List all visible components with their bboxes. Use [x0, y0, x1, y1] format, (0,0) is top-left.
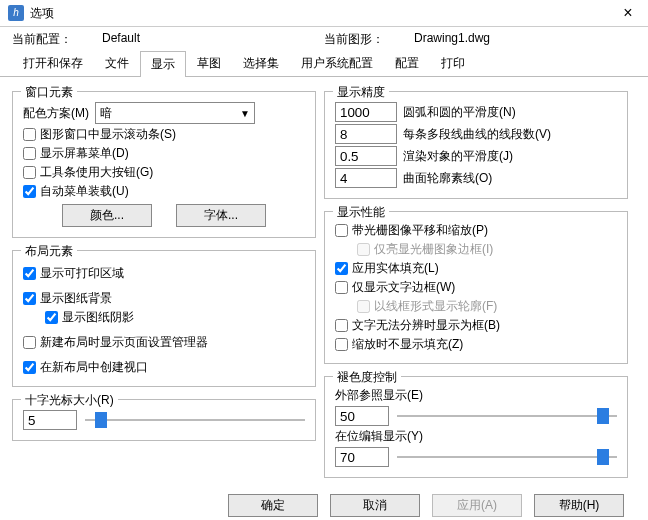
legend-fade-control: 褪色度控制	[333, 369, 401, 386]
cb-scrollbars[interactable]	[23, 128, 36, 141]
colors-button[interactable]: 颜色...	[62, 204, 152, 227]
inplace-fade-input[interactable]	[335, 447, 389, 467]
tab-selection[interactable]: 选择集	[232, 50, 290, 76]
tab-strip: 打开和保存 文件 显示 草图 选择集 用户系统配置 配置 打印	[0, 50, 648, 76]
group-layout-elements: 布局元素 显示可打印区域 显示图纸背景 显示图纸阴影 新建布局时显示页面设置管理…	[12, 250, 316, 387]
group-crosshair: 十字光标大小(R)	[12, 399, 316, 441]
cb-paper-shadow-label: 显示图纸阴影	[62, 309, 134, 326]
tab-open-save[interactable]: 打开和保存	[12, 50, 94, 76]
cb-page-setup-mgr-label: 新建布局时显示页面设置管理器	[40, 334, 208, 351]
fonts-button[interactable]: 字体...	[176, 204, 266, 227]
help-button[interactable]: 帮助(H)	[534, 494, 624, 517]
xref-fade-input[interactable]	[335, 406, 389, 426]
render-smooth-input[interactable]	[335, 146, 397, 166]
cb-panzoom-raster[interactable]	[335, 224, 348, 237]
arc-smooth-input[interactable]	[335, 102, 397, 122]
group-display-precision: 显示精度 圆弧和圆的平滑度(N) 每条多段线曲线的线段数(V) 渲染对象的平滑度…	[324, 91, 628, 199]
inplace-fade-label: 在位编辑显示(Y)	[335, 428, 423, 445]
legend-crosshair: 十字光标大小(R)	[21, 392, 118, 409]
cancel-button[interactable]: 取消	[330, 494, 420, 517]
xref-fade-slider[interactable]	[397, 408, 617, 424]
cb-large-buttons-label: 工具条使用大按钮(G)	[40, 164, 153, 181]
tab-display[interactable]: 显示	[140, 51, 186, 77]
arc-smooth-label: 圆弧和圆的平滑度(N)	[403, 104, 617, 121]
tab-user-sys[interactable]: 用户系统配置	[290, 50, 384, 76]
window-title: 选项	[30, 0, 616, 26]
legend-display-performance: 显示性能	[333, 204, 389, 221]
cb-text-frame-label: 仅显示文字边框(W)	[352, 279, 455, 296]
close-icon[interactable]: ×	[616, 0, 640, 26]
cb-screen-menu-label: 显示屏幕菜单(D)	[40, 145, 129, 162]
dialog-footer: 确定 取消 应用(A) 帮助(H)	[0, 484, 648, 520]
cb-auto-menu-load[interactable]	[23, 185, 36, 198]
inplace-fade-slider[interactable]	[397, 449, 617, 465]
title-bar: h 选项 ×	[0, 0, 648, 27]
cb-hide-fill-zoom[interactable]	[335, 338, 348, 351]
legend-layout-elements: 布局元素	[21, 243, 77, 260]
cb-create-viewport-label: 在新布局中创建视口	[40, 359, 148, 376]
color-scheme-value: 暗	[100, 105, 112, 122]
current-config-label: 当前配置：	[12, 31, 76, 48]
cb-paper-bg-label: 显示图纸背景	[40, 290, 112, 307]
color-scheme-select[interactable]: 暗 ▼	[95, 102, 255, 124]
tab-profile[interactable]: 配置	[384, 50, 430, 76]
cb-hide-fill-zoom-label: 缩放时不显示填充(Z)	[352, 336, 463, 353]
cb-paper-shadow[interactable]	[45, 311, 58, 324]
crosshair-size-input[interactable]	[23, 410, 77, 430]
cb-auto-menu-load-label: 自动菜单装载(U)	[40, 183, 129, 200]
surface-contour-label: 曲面轮廓素线(O)	[403, 170, 617, 187]
cb-printable-area[interactable]	[23, 267, 36, 280]
pline-segs-input[interactable]	[335, 124, 397, 144]
color-scheme-label: 配色方案(M)	[23, 105, 89, 122]
cb-page-setup-mgr[interactable]	[23, 336, 36, 349]
ok-button[interactable]: 确定	[228, 494, 318, 517]
cb-panzoom-raster-label: 带光栅图像平移和缩放(P)	[352, 222, 488, 239]
cb-text-as-frame[interactable]	[335, 319, 348, 332]
cb-highlight-raster	[357, 243, 370, 256]
group-window-elements: 窗口元素 配色方案(M) 暗 ▼ 图形窗口中显示滚动条(S) 显示屏幕菜单(D)…	[12, 91, 316, 238]
dialog-body: 窗口元素 配色方案(M) 暗 ▼ 图形窗口中显示滚动条(S) 显示屏幕菜单(D)…	[0, 77, 648, 484]
cb-scrollbars-label: 图形窗口中显示滚动条(S)	[40, 126, 176, 143]
apply-button: 应用(A)	[432, 494, 522, 517]
group-display-performance: 显示性能 带光栅图像平移和缩放(P) 仅亮显光栅图象边框(I) 应用实体填充(L…	[324, 211, 628, 364]
cb-solid-fill-label: 应用实体填充(L)	[352, 260, 439, 277]
xref-fade-label: 外部参照显示(E)	[335, 387, 423, 404]
config-info-row: 当前配置： Default 当前图形： Drawing1.dwg	[0, 27, 648, 50]
cb-create-viewport[interactable]	[23, 361, 36, 374]
tab-sketch[interactable]: 草图	[186, 50, 232, 76]
cb-solid-fill[interactable]	[335, 262, 348, 275]
crosshair-slider[interactable]	[85, 412, 305, 428]
legend-display-precision: 显示精度	[333, 84, 389, 101]
cb-large-buttons[interactable]	[23, 166, 36, 179]
cb-paper-bg[interactable]	[23, 292, 36, 305]
current-config-value: Default	[76, 31, 140, 48]
group-fade-control: 褪色度控制 外部参照显示(E) 在位编辑显示(Y)	[324, 376, 628, 478]
surface-contour-input[interactable]	[335, 168, 397, 188]
current-drawing-value: Drawing1.dwg	[388, 31, 490, 48]
cb-text-frame[interactable]	[335, 281, 348, 294]
cb-printable-area-label: 显示可打印区域	[40, 265, 124, 282]
cb-wireframe	[357, 300, 370, 313]
cb-wireframe-label: 以线框形式显示轮廓(F)	[374, 298, 497, 315]
cb-screen-menu[interactable]	[23, 147, 36, 160]
cb-highlight-raster-label: 仅亮显光栅图象边框(I)	[374, 241, 493, 258]
pline-segs-label: 每条多段线曲线的线段数(V)	[403, 126, 617, 143]
chevron-down-icon: ▼	[240, 108, 250, 119]
cb-text-as-frame-label: 文字无法分辨时显示为框(B)	[352, 317, 500, 334]
app-icon: h	[8, 5, 24, 21]
tab-print[interactable]: 打印	[430, 50, 476, 76]
tab-file[interactable]: 文件	[94, 50, 140, 76]
current-drawing-label: 当前图形：	[324, 31, 388, 48]
legend-window-elements: 窗口元素	[21, 84, 77, 101]
render-smooth-label: 渲染对象的平滑度(J)	[403, 148, 617, 165]
